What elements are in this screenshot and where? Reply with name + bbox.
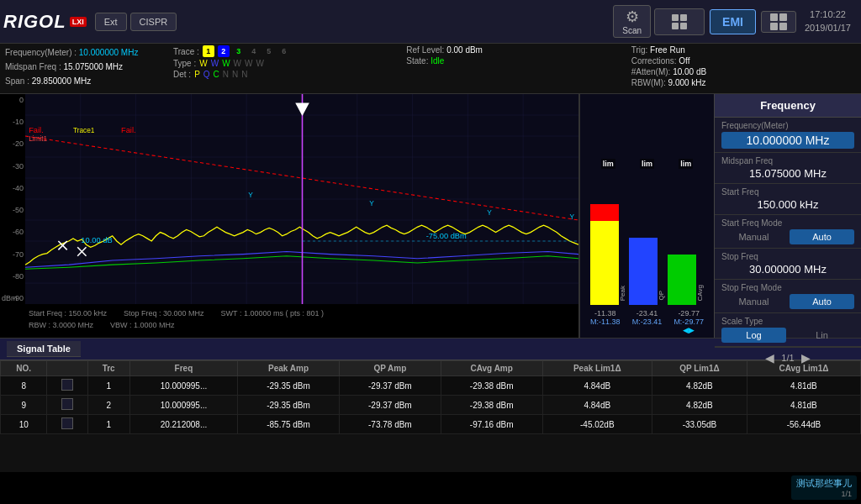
corrections-value: Off <box>679 56 689 66</box>
cell-check[interactable] <box>47 415 87 434</box>
watermark-sub: 1/1 <box>796 490 852 498</box>
svg-text:10.00 dB: 10.00 dB <box>81 236 112 244</box>
midspan-panel-item[interactable]: Midspan Freq 15.075000 MHz <box>715 153 861 184</box>
signal-table: NO. Trc Freq Peak Amp QP Amp CAvg Amp Pe… <box>0 360 861 434</box>
stop-freq-auto-btn[interactable]: Auto <box>790 294 854 309</box>
chart-svg: Fail. Limit1 Trace1 Fail. <box>25 94 578 304</box>
page-prev-arrow[interactable]: ◀ <box>765 351 774 365</box>
info-row: Frequency(Meter) : 10.000000 MHz Midspan… <box>0 44 861 94</box>
det-val-1: P <box>194 70 200 79</box>
freq-meter-panel-value: 10.000000 MHz <box>721 132 854 149</box>
start-freq-panel-item[interactable]: Start Freq 150.000 kHz <box>715 184 861 215</box>
signal-table-body: 8 1 10.000995... -29.35 dBm -29.37 dBm -… <box>1 376 861 434</box>
cell-peak-amp: -29.35 dBm <box>238 376 340 396</box>
trace-3-badge[interactable]: 3 <box>233 45 245 57</box>
ext-button[interactable]: Ext <box>95 13 127 31</box>
trace-1-badge[interactable]: 1 <box>203 45 214 57</box>
trace-nums-row: Trace : 1 2 3 4 5 6 <box>173 45 398 57</box>
cell-no: 8 <box>1 376 47 396</box>
cell-peak-lim: 4.84dB <box>542 376 652 396</box>
cell-peak-amp: -29.35 dBm <box>238 396 340 415</box>
col-freq: Freq <box>129 361 237 376</box>
stop-freq-manual-btn[interactable]: Manual <box>721 294 786 309</box>
scale-log-btn[interactable]: Log <box>721 328 786 343</box>
scan-button[interactable]: ⚙ Scan <box>613 5 651 38</box>
trace-6-badge[interactable]: 6 <box>278 45 290 57</box>
trace-info: Trace : 1 2 3 4 5 6 Type : W W W W W W D… <box>173 45 398 92</box>
cispr-button[interactable]: CISPR <box>130 13 177 31</box>
corrections-label: Corrections: <box>631 56 677 66</box>
det-val-2: Q <box>203 70 210 79</box>
trace-4-badge[interactable]: 4 <box>248 45 260 57</box>
start-freq-manual-btn[interactable]: Manual <box>721 229 786 244</box>
grid-view-button[interactable] <box>654 8 705 35</box>
bar-blue-segment <box>629 238 658 305</box>
emi-button[interactable]: EMI <box>710 9 756 34</box>
cell-check[interactable] <box>47 396 87 415</box>
cell-cavg-lim: 4.81dB <box>747 376 860 396</box>
ref-level-row: Ref Level: 0.00 dBm <box>406 45 631 55</box>
bar-values-row: -11.38 M:-11.38 -23.41 M:-23.41 -29.77 M… <box>580 309 714 338</box>
watermark: 测试那些事儿 1/1 <box>791 475 857 500</box>
bar-lim-3: lim <box>679 159 693 169</box>
bar-val-peak: -11.38 M:-11.38 <box>590 309 621 334</box>
cell-peak-lim: 4.84dB <box>542 396 652 415</box>
x-axis-info-2: RBW : 3.0000 MHz VBW : 1.0000 MHz <box>25 319 578 331</box>
trace-2-badge[interactable]: 2 <box>218 45 230 57</box>
start-freq-panel-value: 150.000 kHz <box>721 198 854 211</box>
bar-cavg-text: CAvg <box>696 285 704 301</box>
span-label: Span : <box>5 76 29 86</box>
corrections-row: Corrections: Off <box>631 56 856 66</box>
freq-meter-panel-label: Frequency(Meter) <box>721 121 854 130</box>
scan-label: Scan <box>622 26 642 35</box>
bar-val-cavg: -29.77 M:-29.77 ◀▶ <box>673 309 704 334</box>
start-freq-mode-panel-item[interactable]: Start Freq Mode Manual Auto <box>715 215 861 249</box>
stop-freq-mode-panel-item[interactable]: Stop Freq Mode Manual Auto <box>715 280 861 313</box>
bar-stack-peak <box>590 171 619 305</box>
start-freq-auto-btn[interactable]: Auto <box>790 229 854 244</box>
cell-qp-amp: -29.37 dBm <box>339 396 441 415</box>
watermark-text: 测试那些事儿 <box>796 477 852 490</box>
start-freq-mode-label: Start Freq Mode <box>721 218 854 228</box>
cell-freq: 20.212008... <box>129 415 237 434</box>
scale-type-dual: Log Lin <box>721 328 854 343</box>
cell-cavg-lim: 4.81dB <box>747 396 860 415</box>
cell-peak-lim: -45.02dB <box>542 415 652 434</box>
scale-lin-btn[interactable]: Lin <box>790 328 854 343</box>
rigol-logo: RIGOL <box>3 11 66 33</box>
midspan-value: 15.075000 MHz <box>63 62 123 71</box>
freq-meter-panel-item[interactable]: Frequency(Meter) 10.000000 MHz <box>715 118 861 153</box>
page-indicator: 1/1 <box>781 353 794 363</box>
start-freq-panel-label: Start Freq <box>721 187 854 197</box>
layout-button[interactable] <box>761 11 796 33</box>
span-value: 29.850000 MHz <box>32 76 92 86</box>
time-display: 17:10:22 <box>805 8 851 21</box>
ref-info: Ref Level: 0.00 dBm State: Idle <box>398 45 631 92</box>
cell-check[interactable] <box>47 376 87 396</box>
det-label: Det : <box>173 70 191 79</box>
start-freq-mode-dual: Manual Auto <box>721 229 854 244</box>
date-display: 2019/01/17 <box>805 22 851 34</box>
state-row: State: Idle <box>406 56 631 66</box>
col-trc: Trc <box>87 361 129 376</box>
signal-table-title: Signal Table <box>7 341 81 357</box>
midspan-panel-value: 15.075000 MHz <box>721 167 854 180</box>
bar-col-qp: lim QP <box>631 159 662 305</box>
cell-trc: 2 <box>87 396 129 415</box>
col-check <box>47 361 87 376</box>
bar-red-segment <box>590 204 619 221</box>
datetime: 17:10:22 2019/01/17 <box>805 8 851 34</box>
cell-cavg-lim: -56.44dB <box>747 415 860 434</box>
det-val-3: C <box>214 70 219 79</box>
chart-container: 0 -10 -20 -30 -40 -50 -60 -70 -80 -90 <box>0 94 579 338</box>
trig-value: Free Run <box>650 45 685 55</box>
midspan-label: Midspan Freq : <box>5 62 61 71</box>
svg-text:-75.00 dBm: -75.00 dBm <box>426 232 467 240</box>
stop-freq-panel-item[interactable]: Stop Freq 30.000000 MHz <box>715 249 861 280</box>
trace-5-badge[interactable]: 5 <box>263 45 275 57</box>
scale-type-panel-item[interactable]: Scale Type Log Lin <box>715 313 861 347</box>
trig-row: Trig: Free Run <box>631 45 856 55</box>
bar-wrapper-peak: Peak <box>590 171 626 305</box>
svg-text:Trace1: Trace1 <box>73 126 95 134</box>
page-next-arrow[interactable]: ▶ <box>801 351 811 365</box>
